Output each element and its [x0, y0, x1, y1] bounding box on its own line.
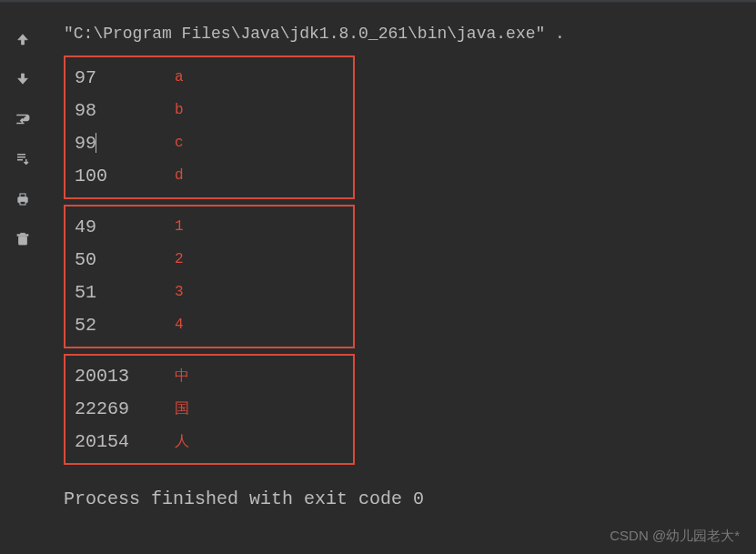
print-icon[interactable]: [14, 190, 32, 208]
output-row: 20154人: [75, 425, 344, 458]
output-annotation: 人: [175, 432, 189, 451]
output-row: 502: [75, 243, 344, 276]
output-row: 98b: [75, 94, 344, 126]
output-number: 100: [75, 166, 175, 186]
console-toolbar: [0, 3, 45, 554]
output-row: 22269国: [75, 392, 344, 425]
output-row: 20013中: [75, 359, 344, 392]
output-row: 491: [75, 210, 344, 243]
output-number: 51: [75, 282, 175, 303]
output-group: 20013中22269国20154人: [64, 354, 355, 465]
watermark: CSDN @幼儿园老大*: [610, 528, 740, 545]
output-number: 50: [75, 249, 175, 270]
svg-rect-2: [20, 201, 25, 205]
output-annotation: c: [175, 135, 184, 151]
output-annotation: 2: [175, 251, 184, 267]
up-arrow-icon[interactable]: [14, 30, 32, 48]
svg-rect-1: [20, 194, 25, 197]
output-row: 100d: [75, 159, 344, 192]
output-number: 99: [75, 133, 175, 154]
trash-icon[interactable]: [14, 230, 32, 248]
output-annotation: a: [175, 69, 184, 86]
output-number: 97: [75, 67, 175, 88]
output-number: 98: [75, 100, 175, 121]
output-group: 97a98b99c100d: [64, 55, 355, 199]
soft-wrap-icon[interactable]: [14, 110, 32, 128]
output-annotation: 4: [175, 317, 184, 333]
svg-rect-5: [21, 233, 25, 235]
output-annotation: b: [175, 102, 184, 118]
console-output[interactable]: "C:\Program Files\Java\jdk1.8.0_261\bin\…: [45, 3, 756, 554]
main-area: "C:\Program Files\Java\jdk1.8.0_261\bin\…: [0, 3, 756, 554]
output-annotation: 中: [175, 367, 189, 386]
output-annotation: 国: [175, 399, 189, 418]
output-annotation: 3: [175, 284, 184, 300]
output-row: 524: [75, 308, 344, 341]
output-number: 20154: [75, 431, 175, 452]
text-cursor: [96, 133, 96, 153]
output-number: 49: [75, 217, 175, 237]
output-annotation: 1: [175, 218, 184, 235]
svg-rect-3: [19, 237, 27, 245]
output-number: 22269: [75, 398, 175, 419]
output-annotation: d: [175, 167, 184, 184]
output-row: 99c: [75, 126, 344, 159]
output-group: 491502513524: [64, 205, 355, 348]
down-arrow-icon[interactable]: [14, 70, 32, 88]
output-row: 97a: [75, 61, 344, 94]
exit-message: Process finished with exit code 0: [64, 489, 738, 509]
output-row: 513: [75, 276, 344, 308]
output-number: 52: [75, 315, 175, 336]
command-line: "C:\Program Files\Java\jdk1.8.0_261\bin\…: [64, 25, 738, 43]
scroll-end-icon[interactable]: [14, 150, 32, 168]
output-number: 20013: [75, 366, 175, 387]
